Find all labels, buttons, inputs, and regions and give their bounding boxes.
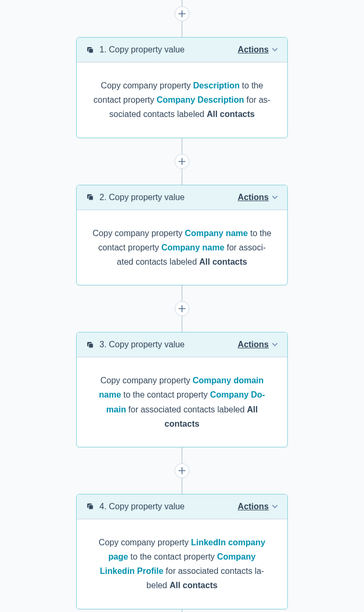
workflow-step-card: 2. Copy property valueActionsCopy compan… (76, 185, 288, 286)
flow-connector (181, 0, 183, 6)
actions-label: Actions (238, 502, 269, 511)
copy-icon (86, 341, 94, 349)
card-body: Copy company property LinkedIn company p… (77, 519, 287, 609)
flow-connector (181, 316, 183, 332)
card-title: 2. Copy property value (99, 193, 232, 202)
card-header: 1. Copy property valueActions (77, 38, 287, 62)
flow-connector (181, 285, 183, 301)
chevron-down-icon (272, 48, 278, 52)
svg-rect-3 (89, 196, 93, 200)
flow-connector (181, 21, 183, 37)
workflow-step-card: 1. Copy property valueActionsCopy compan… (76, 37, 288, 138)
contacts-label: All contacts (207, 110, 255, 119)
card-body: Copy company property Company name to th… (77, 210, 287, 285)
card-title: 1. Copy property value (99, 45, 232, 55)
card-header: 3. Copy property valueActions (77, 332, 287, 357)
card-header: 2. Copy property valueActions (77, 185, 287, 210)
copy-icon (86, 46, 94, 54)
contacts-label: All contacts (169, 581, 217, 590)
flow-connector (181, 447, 183, 463)
contacts-label: All contacts (199, 257, 247, 266)
flow-connector (181, 609, 183, 612)
flow-connector (181, 138, 183, 154)
flow-connector (181, 478, 183, 494)
actions-dropdown[interactable]: Actions (238, 502, 278, 511)
card-title: 4. Copy property value (99, 502, 232, 511)
actions-label: Actions (238, 45, 269, 55)
actions-dropdown[interactable]: Actions (238, 45, 278, 55)
card-body: Copy company property Company domain nam… (77, 357, 287, 447)
source-property: Description (193, 81, 240, 90)
body-text: Copy company property (101, 376, 193, 385)
actions-label: Actions (238, 193, 269, 202)
body-text: Copy company property (93, 229, 185, 238)
copy-icon (86, 502, 94, 510)
add-step-button-1[interactable] (175, 154, 189, 169)
actions-dropdown[interactable]: Actions (238, 340, 278, 349)
svg-rect-1 (89, 48, 93, 52)
workflow-step-card: 4. Copy property valueActionsCopy compan… (76, 494, 288, 609)
card-header: 4. Copy property valueActions (77, 494, 287, 519)
body-text: Copy company property (101, 81, 193, 90)
add-step-button-3[interactable] (175, 463, 189, 478)
chevron-down-icon (272, 343, 278, 347)
chevron-down-icon (272, 195, 278, 200)
body-text: to the contact property (128, 552, 217, 561)
copy-icon (86, 193, 94, 201)
add-step-button-0[interactable] (175, 6, 189, 21)
target-property: Company Description (157, 95, 244, 104)
source-property: Company name (185, 229, 248, 238)
flow-connector (181, 169, 183, 185)
body-text: for associated contacts labeled (126, 405, 247, 414)
body-text: to the contact property (121, 390, 210, 399)
actions-dropdown[interactable]: Actions (238, 193, 278, 202)
card-body: Copy company property Description to the… (77, 62, 287, 138)
svg-rect-7 (89, 505, 93, 509)
chevron-down-icon (272, 505, 278, 509)
target-property: Company name (161, 243, 224, 252)
body-text: Copy company property (99, 538, 191, 547)
actions-label: Actions (238, 340, 269, 349)
card-title: 3. Copy property value (99, 340, 232, 349)
add-step-button-2[interactable] (175, 301, 189, 316)
workflow-step-card: 3. Copy property valueActionsCopy compan… (76, 332, 288, 447)
svg-rect-5 (89, 343, 93, 347)
